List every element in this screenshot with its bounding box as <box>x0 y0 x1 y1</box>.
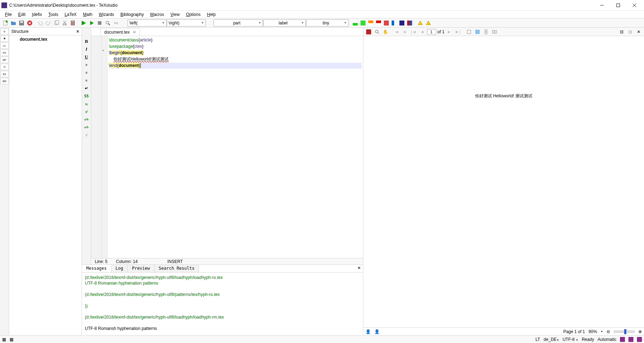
pdf-dual-icon[interactable] <box>491 28 498 36</box>
star-panel[interactable]: ✷ <box>0 35 9 42</box>
close-doc-button[interactable] <box>26 19 34 27</box>
pdf-next-icon[interactable]: ► <box>445 28 453 36</box>
redo-button[interactable] <box>45 19 52 27</box>
left-panel-5[interactable]: BM <box>0 78 9 84</box>
pdf-user2-icon[interactable]: 👤 <box>374 329 380 334</box>
pdf-first-icon[interactable]: |◄ <box>410 28 418 36</box>
pdf-zoom[interactable]: 90% <box>589 329 597 334</box>
code-area[interactable]: \documentclass{article} \usepackage{ctex… <box>107 36 363 258</box>
underline-button[interactable]: U <box>83 54 90 60</box>
pdf-back-icon[interactable]: ◄ <box>393 28 401 36</box>
undo-button[interactable] <box>36 19 44 27</box>
cut-button[interactable] <box>61 19 69 27</box>
pdf-page-input[interactable] <box>427 29 436 35</box>
menu-options[interactable]: Options <box>183 11 203 18</box>
bold-button[interactable]: B <box>83 38 90 45</box>
part-combo[interactable]: part▼ <box>213 19 263 27</box>
dfrac-button[interactable]: a/b <box>83 124 90 130</box>
encoding-selector[interactable]: UTF-8 ▼ <box>563 337 578 342</box>
build-view-button[interactable] <box>80 19 87 27</box>
sidebar-toggle-icon[interactable]: ▦ <box>2 337 6 342</box>
menu-bibliography[interactable]: Bibliography <box>118 11 147 18</box>
lang-selector[interactable]: de_DE▼ <box>544 337 559 342</box>
warning-prev-icon[interactable] <box>416 19 424 27</box>
frac-button[interactable]: a/b <box>83 116 90 122</box>
pdf-close-icon[interactable]: ✕ <box>635 28 643 36</box>
copy-button[interactable] <box>53 19 60 27</box>
new-button[interactable] <box>1 19 9 27</box>
align-right-button[interactable]: ≡ <box>83 77 90 84</box>
messages-toggle-icon[interactable]: ▦ <box>10 337 13 342</box>
paste-button[interactable] <box>69 19 77 27</box>
bookmark3-icon[interactable] <box>637 337 642 342</box>
structure-file[interactable]: document.tex <box>12 37 79 42</box>
hl-navy[interactable] <box>398 19 406 27</box>
hl-orange[interactable] <box>367 19 375 27</box>
font-size-combo[interactable]: tiny▼ <box>306 19 349 27</box>
warning-next-icon[interactable] <box>425 19 432 27</box>
root-selector[interactable]: Automatic <box>598 337 616 342</box>
pdf-embed-icon[interactable]: □ <box>626 28 634 36</box>
code-editor[interactable]: ▾ \documentclass{article} \usepackage{ct… <box>91 36 363 258</box>
logtab-log[interactable]: Log <box>111 265 128 272</box>
compile-button[interactable] <box>88 19 95 27</box>
menu-latex[interactable]: LaTeX <box>62 11 80 18</box>
menu-view[interactable]: View <box>168 11 182 18</box>
view-button[interactable] <box>104 19 112 27</box>
right-bracket-combo[interactable]: \right)▼ <box>167 19 206 27</box>
subscript-button[interactable]: x₍ <box>83 101 90 107</box>
save-button[interactable] <box>18 19 25 27</box>
hl-red[interactable] <box>375 19 382 27</box>
label-combo[interactable]: label▼ <box>263 19 306 27</box>
pdf-zoom-slider[interactable] <box>614 330 635 333</box>
pdf-enlarge-icon[interactable] <box>474 28 481 36</box>
pdf-zoom-out-icon[interactable]: ⊖ <box>607 329 610 334</box>
view-log-button[interactable]: log <box>112 19 120 27</box>
inline-math-button[interactable]: $$ <box>83 93 90 99</box>
hl-lime[interactable] <box>359 19 367 27</box>
menu-macros[interactable]: Macros <box>147 11 167 18</box>
menu-wizards[interactable]: Wizards <box>96 11 117 18</box>
tab-document[interactable]: document.tex ✕ <box>100 28 140 36</box>
structure-close-icon[interactable]: ✕ <box>76 29 80 34</box>
tab-close-icon[interactable]: ✕ <box>133 30 136 35</box>
bookmark1-icon[interactable] <box>620 337 625 342</box>
open-button[interactable] <box>10 19 17 27</box>
pdf-hand-icon[interactable]: ✋ <box>382 28 390 36</box>
menu-idefix[interactable]: Idefix <box>29 11 45 18</box>
left-bracket-combo[interactable]: \left(▼ <box>128 19 166 27</box>
menu-file[interactable]: File <box>2 11 14 18</box>
sqrt-button[interactable]: √ <box>83 132 90 138</box>
log-output[interactable]: (d:/texlive/2018/texmf-dist/tex/generic/… <box>82 273 363 335</box>
hl-blue[interactable] <box>390 19 398 27</box>
logtab-preview[interactable]: Preview <box>128 265 154 272</box>
left-panel-2[interactable]: MP <box>0 57 9 63</box>
pdf-canvas[interactable]: 你好测试 Helloworld! 测试测试 <box>363 36 644 327</box>
structure-toggle[interactable]: ≡ <box>0 28 9 35</box>
left-panel-3[interactable]: TI <box>0 64 9 70</box>
pdf-zoom-in-icon[interactable]: ⊕ <box>638 329 642 334</box>
italic-button[interactable]: I <box>83 46 90 52</box>
pdf-continuous-icon[interactable] <box>482 28 490 36</box>
align-center-button[interactable]: ≡ <box>83 69 90 76</box>
hl-green[interactable] <box>351 19 359 27</box>
pdf-windowed-icon[interactable]: ⊟ <box>618 28 626 36</box>
minimize-button[interactable] <box>594 0 610 11</box>
hl-mix[interactable] <box>406 19 414 27</box>
lt-indicator[interactable]: LT <box>535 337 540 342</box>
pdf-fit-icon[interactable] <box>465 28 473 36</box>
pdf-prev-icon[interactable]: ◄ <box>418 28 426 36</box>
stop-button[interactable] <box>96 19 104 27</box>
maximize-button[interactable] <box>610 0 626 11</box>
left-panel-4[interactable]: AS <box>0 71 9 77</box>
pdf-search-icon[interactable] <box>373 28 381 36</box>
menu-tools[interactable]: Tools <box>46 11 61 18</box>
menu-math[interactable]: Math <box>80 11 95 18</box>
align-left-button[interactable]: ≡ <box>83 62 90 68</box>
pdf-forward-icon[interactable]: ► <box>402 28 409 36</box>
menu-edit[interactable]: Edit <box>15 11 28 18</box>
newline-button[interactable]: ↵ <box>83 85 90 91</box>
hl-red2[interactable] <box>382 19 390 27</box>
pdf-icon[interactable] <box>365 28 373 36</box>
log-close-icon[interactable]: ✕ <box>357 265 361 270</box>
